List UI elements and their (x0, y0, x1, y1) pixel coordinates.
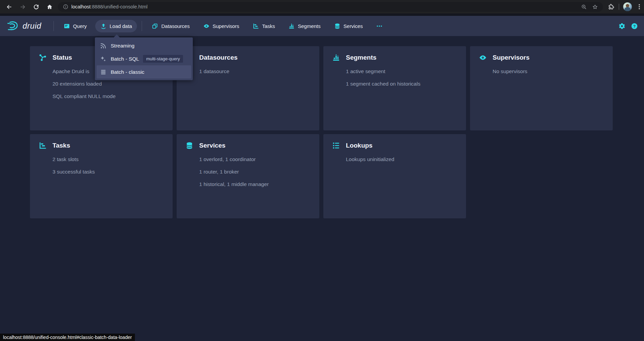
url-text: localhost:8888/unified-console.html (71, 4, 581, 9)
database-icon (334, 23, 341, 29)
settings-gear-icon[interactable] (618, 23, 625, 30)
card-line: 3 successful tasks (52, 169, 164, 175)
menu-item-label: Batch - SQL (111, 56, 139, 62)
menu-item-batch-classic[interactable]: Batch - classic (97, 65, 191, 79)
nav-segments[interactable]: Segments (283, 20, 326, 32)
browser-toolbar: localhost:8888/unified-console.html (0, 0, 644, 13)
menu-item-streaming[interactable]: Streaming (97, 39, 191, 52)
card-title: Status (52, 54, 72, 61)
nav-datasources[interactable]: Datasources (147, 20, 194, 32)
card-title: Lookups (346, 142, 372, 149)
nav-load-data-label: Load data (110, 23, 132, 29)
zoom-icon[interactable] (581, 4, 587, 10)
card-line: 20 extensions loaded (52, 81, 164, 87)
nav-services-label: Services (344, 23, 363, 29)
card-line: Lookups uninitialized (346, 156, 457, 162)
card-line: 1 historical, 1 middle manager (199, 181, 311, 187)
load-data-menu: Streaming Batch - SQL multi-stage-query … (95, 37, 193, 80)
list-icon (100, 69, 107, 75)
forward-button[interactable] (17, 1, 28, 12)
browser-menu-icon[interactable] (636, 3, 643, 10)
gantt-icon (253, 23, 259, 29)
toolbar-divider (619, 4, 619, 10)
card-supervisors[interactable]: Supervisors No supervisors (470, 46, 613, 130)
sparkles-icon (100, 56, 107, 62)
card-line: 1 segment cached on historicals (346, 81, 457, 87)
msq-badge: multi-stage-query (143, 55, 183, 63)
status-link-text: localhost:8888/unified-console.html#clas… (3, 335, 132, 340)
card-title: Tasks (52, 142, 70, 149)
extensions-icon[interactable] (608, 3, 615, 10)
site-info-icon[interactable] (63, 4, 69, 10)
menu-item-label: Batch - classic (111, 69, 144, 75)
nav-divider-2 (142, 21, 142, 31)
nav-load-data[interactable]: Load data (95, 20, 137, 32)
address-bar[interactable]: localhost:8888/unified-console.html (58, 2, 603, 12)
graph-icon (39, 54, 47, 62)
card-line: SQL compliant NULL mode (52, 93, 164, 99)
nav-datasources-label: Datasources (161, 23, 189, 29)
card-line: 1 router, 1 broker (199, 169, 311, 175)
nav-segments-label: Segments (298, 23, 321, 29)
card-line: 1 active segment (346, 68, 457, 74)
bar-chart-icon (332, 54, 340, 62)
nav-supervisors[interactable]: Supervisors (198, 20, 244, 32)
nav-query[interactable]: Query (59, 20, 92, 32)
nav-services[interactable]: Services (329, 20, 368, 32)
database-icon (185, 142, 193, 150)
card-line: 1 datasource (199, 68, 311, 74)
card-title: Segments (346, 54, 377, 61)
eye-icon (203, 23, 210, 29)
url-path: :8888/unified-console.html (91, 4, 147, 9)
nav-supervisors-label: Supervisors (213, 23, 239, 29)
layers-icon (152, 23, 158, 29)
card-segments[interactable]: Segments 1 active segment 1 segment cach… (323, 46, 466, 130)
url-host: localhost (71, 4, 91, 9)
card-services[interactable]: Services 1 overlord, 1 coordinator 1 rou… (177, 134, 319, 218)
brand-name: druid (23, 21, 41, 31)
upload-icon (100, 23, 107, 29)
druid-logo[interactable]: druid (6, 20, 41, 32)
card-lookups[interactable]: Lookups Lookups uninitialized (323, 134, 466, 218)
home-button[interactable] (44, 1, 55, 12)
card-line: No supervisors (493, 68, 604, 74)
more-icon (376, 23, 383, 29)
back-button[interactable] (3, 1, 15, 12)
forward-icon (19, 3, 26, 10)
bar-chart-icon (288, 23, 295, 29)
card-title: Supervisors (493, 54, 530, 61)
query-icon (64, 23, 70, 29)
card-title: Datasources (199, 54, 238, 61)
nav-tasks-label: Tasks (262, 23, 275, 29)
nav-query-label: Query (73, 23, 87, 29)
nav-divider (53, 21, 54, 31)
card-title: Services (199, 142, 225, 149)
reload-button[interactable] (30, 1, 42, 12)
card-line: 2 task slots (52, 156, 164, 162)
gantt-icon (39, 142, 47, 150)
nav-tasks[interactable]: Tasks (248, 20, 280, 32)
card-tasks[interactable]: Tasks 2 task slots 3 successful tasks (30, 134, 173, 218)
back-icon (6, 3, 13, 10)
home-icon (46, 3, 53, 10)
card-line: 1 overlord, 1 coordinator (199, 156, 311, 162)
druid-logo-icon (6, 20, 20, 32)
profile-avatar[interactable] (623, 2, 632, 11)
window-divider (0, 13, 644, 16)
bookmark-star-icon[interactable] (592, 4, 598, 10)
status-link: localhost:8888/unified-console.html#clas… (0, 334, 135, 341)
help-icon[interactable]: ? (631, 23, 638, 30)
eye-icon (479, 54, 487, 62)
nav-more[interactable] (371, 20, 388, 32)
feed-icon (100, 42, 107, 49)
menu-item-batch-sql[interactable]: Batch - SQL multi-stage-query (97, 52, 191, 65)
reload-icon (33, 3, 40, 10)
druid-navbar: druid Query Load data Datasources Superv… (0, 16, 644, 36)
card-datasources[interactable]: Datasources 1 datasource (177, 46, 319, 130)
properties-icon (332, 142, 340, 150)
svg-text:?: ? (633, 24, 636, 28)
menu-item-label: Streaming (111, 43, 135, 49)
